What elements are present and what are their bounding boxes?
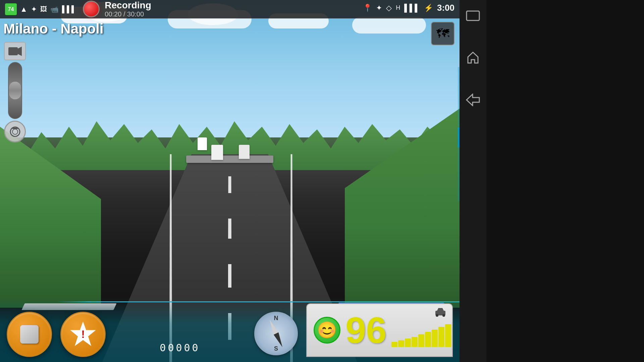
recording-info: Recording 00:20 / 30:00 xyxy=(105,0,151,18)
alert-button[interactable]: ! xyxy=(60,312,106,357)
zoom-slider[interactable] xyxy=(8,62,22,119)
odometer-area: 00000 xyxy=(114,342,246,357)
video-icon-status: 📹 xyxy=(50,5,59,13)
main-area: 74 ▲ ✦ 🖼 📹 ▌▌▌ Recording 00:20 / 30:00 📍 xyxy=(0,0,460,362)
smiley-emoji: 😊 xyxy=(317,321,337,340)
status-bar: 74 ▲ ✦ 🖼 📹 ▌▌▌ Recording 00:20 / 30:00 📍 xyxy=(0,0,460,18)
recording-section: Recording 00:20 / 30:00 xyxy=(83,0,151,18)
photo-button[interactable] xyxy=(4,121,26,142)
speed-bars xyxy=(391,307,453,354)
route-label: Milano - Napoli xyxy=(3,21,104,37)
svg-rect-11 xyxy=(467,11,479,20)
signal-icon: ▌▌▌ xyxy=(62,5,76,13)
bluetooth-icon: ✦ xyxy=(31,5,37,14)
truck-left xyxy=(198,137,207,150)
map-icon: 🗺 xyxy=(436,26,449,41)
battery-label: 74 xyxy=(8,6,14,12)
signal-bars-icon: ▌▌▌ xyxy=(404,4,420,12)
gps-icon: ▲ xyxy=(20,5,28,14)
charging-icon: ⚡ xyxy=(424,4,433,12)
speed-scale: 0 20 40 60 80 100 120 140 160 180 200 xyxy=(452,347,453,352)
stop-icon xyxy=(20,325,39,344)
speed-smiley: 😊 xyxy=(314,317,340,344)
speed-bar-5 xyxy=(425,332,431,347)
bluetooth-status-icon: ✦ xyxy=(376,4,382,12)
svg-rect-4 xyxy=(12,128,18,129)
speed-value: 96 xyxy=(345,312,386,349)
alert-star-icon: ! xyxy=(69,320,97,349)
speed-bar-8 xyxy=(445,324,451,347)
speed-bar-7 xyxy=(438,327,444,347)
map-button[interactable]: 🗺 xyxy=(431,22,454,45)
svg-text:!: ! xyxy=(81,328,85,340)
nav-recent-apps-button[interactable] xyxy=(466,10,480,24)
zoom-slider-thumb xyxy=(9,81,21,100)
compass-north-label: N xyxy=(274,315,278,322)
app-container: 74 ▲ ✦ 🖼 📹 ▌▌▌ Recording 00:20 / 30:00 📍 xyxy=(0,0,644,362)
camera-icon xyxy=(8,125,22,138)
recording-label: Recording xyxy=(105,0,151,11)
speed-bar-0 xyxy=(391,342,397,347)
bottom-controls-row: ! 00000 N S xyxy=(0,303,460,362)
speed-bar-chart: 0 20 40 60 80 100 120 140 160 180 200 xyxy=(391,307,453,354)
speed-bar-6 xyxy=(432,329,438,347)
speed-bar-3 xyxy=(412,337,418,347)
h-icon: H xyxy=(396,4,400,11)
speed-bar-9 xyxy=(452,322,453,347)
speed-bar-2 xyxy=(405,339,411,347)
nav-back-button[interactable] xyxy=(466,94,480,109)
speed-panel: 😊 96 0 20 40 60 80 100 120 140 xyxy=(306,303,453,357)
stop-button[interactable] xyxy=(7,312,52,357)
teal-line xyxy=(57,301,460,302)
top-right-status: 📍 ✦ ◇ H ▌▌▌ ⚡ 3:00 xyxy=(363,3,454,13)
image-icon: 🖼 xyxy=(40,5,47,13)
video-control-button[interactable] xyxy=(4,42,26,60)
battery-indicator: 74 xyxy=(5,3,17,15)
phone-status-left: 74 ▲ ✦ 🖼 📹 ▌▌▌ xyxy=(5,3,76,15)
record-indicator xyxy=(83,1,100,17)
svg-rect-0 xyxy=(8,47,18,55)
svg-point-3 xyxy=(12,129,18,134)
odometer-display: 00000 xyxy=(160,342,200,354)
bridge xyxy=(186,156,273,163)
compass: N S xyxy=(254,312,298,355)
wifi-icon: ◇ xyxy=(386,4,392,12)
recording-time: 00:20 / 30:00 xyxy=(105,10,151,18)
svg-marker-13 xyxy=(467,94,479,106)
nav-sidebar xyxy=(460,0,486,362)
video-camera-icon xyxy=(8,46,22,57)
scroll-thumb xyxy=(458,127,460,147)
nav-home-button[interactable] xyxy=(467,51,479,67)
location-icon: 📍 xyxy=(363,4,372,12)
scroll-indicator xyxy=(458,67,460,201)
left-controls xyxy=(4,42,26,142)
route-text: Milano - Napoli xyxy=(3,21,104,37)
truck-right xyxy=(239,145,250,159)
svg-marker-12 xyxy=(468,52,478,63)
svg-marker-1 xyxy=(18,47,22,56)
speed-bar-1 xyxy=(398,340,404,347)
cloud-4 xyxy=(352,17,426,34)
compass-south-label: S xyxy=(274,345,278,352)
speed-bar-4 xyxy=(418,334,424,347)
truck-center xyxy=(211,145,223,160)
clock-display: 3:00 xyxy=(437,3,454,13)
